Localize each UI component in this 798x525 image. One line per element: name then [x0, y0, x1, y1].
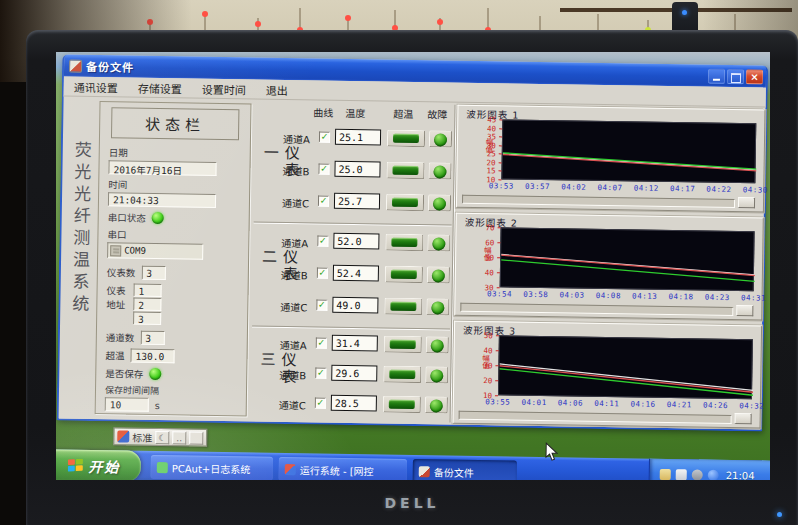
chart-scrollbar[interactable] — [460, 303, 733, 316]
fault-indicator — [428, 162, 451, 179]
screen: 备份文件 × 通讯设置 存储设置 设置时间 退出 荧光光纤测温系统 — [56, 52, 770, 480]
app-icon — [69, 59, 82, 72]
app-window: 备份文件 × 通讯设置 存储设置 设置时间 退出 荧光光纤测温系统 — [57, 54, 769, 431]
menu-item-comm-settings[interactable]: 通讯设置 — [68, 76, 130, 97]
tray-volume-icon[interactable] — [708, 470, 719, 480]
chart-scroll-thumb[interactable] — [735, 413, 752, 424]
close-button[interactable]: × — [746, 69, 763, 84]
instrument-addr-label-line2: 地址 — [106, 297, 125, 311]
channel-label: 通道A — [283, 131, 310, 146]
channel-count-field[interactable]: 3 — [140, 331, 164, 345]
overtemp-field[interactable]: 130.0 — [130, 349, 174, 364]
ime-minimize-icon[interactable] — [189, 431, 203, 444]
mouse-cursor — [545, 442, 558, 461]
serial-status-led — [152, 212, 164, 224]
curve-checkbox[interactable]: ✓ — [319, 132, 330, 143]
channel-row: 通道B ✓ 52.4 — [253, 261, 451, 286]
channel-row: 通道C ✓ 25.7 — [254, 189, 452, 214]
language-bar: 标准 ☾ .. — [113, 427, 207, 446]
instrument-addr-field-3[interactable]: 3 — [133, 312, 161, 325]
channel-count-label: 通道数 — [106, 330, 135, 344]
app-name-vertical: 荧光光纤测温系统 — [67, 141, 95, 317]
tray-ime-icon[interactable] — [660, 469, 671, 480]
channel-row: 通道C ✓ 28.5 — [251, 391, 449, 416]
taskbar-item-label: 备份文件 — [434, 464, 474, 480]
curve-checkbox[interactable]: ✓ — [318, 196, 329, 207]
temperature-display: 49.0 — [332, 297, 378, 314]
ime-icon[interactable] — [117, 430, 129, 442]
temperature-display: 28.5 — [331, 395, 377, 412]
channel-label: 通道B — [279, 367, 306, 382]
fault-indicator — [425, 396, 448, 413]
instrument-count-field[interactable]: 3 — [141, 266, 165, 280]
ime-fullwidth-icon[interactable]: ☾ — [155, 430, 169, 443]
instrument-count-label: 仪表数 — [107, 265, 136, 279]
start-button[interactable]: 开始 — [56, 449, 141, 480]
channel-row: 通道A ✓ 52.0 — [253, 229, 451, 254]
monitor: 备份文件 × 通讯设置 存储设置 设置时间 退出 荧光光纤测温系统 — [26, 30, 798, 525]
curve-checkbox[interactable]: ✓ — [318, 164, 329, 175]
chart-scrollbar[interactable] — [459, 411, 732, 424]
waveform-chart-2: 波形图表 2 幅值 7060504030 03:5403:5804:0304:0… — [454, 213, 764, 321]
curve-checkbox[interactable]: ✓ — [316, 337, 327, 348]
taskbar-item-backup-file[interactable]: 备份文件 — [413, 459, 517, 480]
chart-scroll-thumb[interactable] — [736, 305, 753, 316]
status-panel: 状态栏 日期 2016年7月16日 时间 21:04:33 串口状态 串口 — [95, 101, 252, 416]
start-label: 开始 — [88, 455, 120, 476]
curve-checkbox[interactable]: ✓ — [317, 267, 328, 278]
save-enabled-led — [149, 368, 161, 380]
channel-label: 通道B — [282, 163, 309, 178]
channel-label: 通道C — [282, 195, 309, 210]
instrument-group-1: 仪表一 通道A ✓ 25.1 通道B ✓ — [254, 120, 454, 223]
fault-indicator — [427, 266, 450, 283]
overtemp-label: 超温 — [105, 348, 124, 362]
window-content: 荧光光纤测温系统 状态栏 日期 2016年7月16日 时间 21:04:33 串… — [59, 96, 766, 428]
temperature-display: 25.7 — [334, 193, 380, 210]
ime-mode-label[interactable]: 标准 — [132, 429, 152, 444]
waveform-chart-1: 波形图表 1 幅值 4540353025201510 03:5303:5704:… — [456, 105, 766, 213]
time-value: 21:04:33 — [108, 192, 216, 208]
tray-usb-icon[interactable] — [692, 469, 703, 480]
temperature-display: 29.6 — [331, 365, 377, 382]
instruments-area: 曲线 温度 超温 故障 仪表一 通道A ✓ 25.1 — [251, 100, 454, 424]
fault-indicator — [429, 130, 452, 147]
menu-item-storage-settings[interactable]: 存储设置 — [132, 77, 194, 98]
taskbar-item-run-system[interactable]: 运行系统 - [网控 — [279, 457, 407, 480]
serial-label: 串口 — [107, 227, 239, 243]
curve-checkbox[interactable]: ✓ — [316, 299, 327, 310]
curve-checkbox[interactable]: ✓ — [315, 397, 326, 408]
date-label: 日期 — [109, 145, 241, 161]
curve-checkbox[interactable]: ✓ — [317, 235, 328, 246]
run-system-icon — [285, 464, 296, 475]
chart-scroll-thumb[interactable] — [738, 197, 755, 208]
taskbar-item-label: PCAut+日志系统 — [172, 460, 251, 476]
menu-item-exit[interactable]: 退出 — [260, 79, 300, 100]
serial-port-value: COM9 — [124, 245, 146, 255]
taskbar-item-log-system[interactable]: PCAut+日志系统 — [151, 455, 273, 480]
status-panel-title: 状态栏 — [111, 107, 239, 140]
fault-indicator — [428, 194, 451, 211]
serial-port-combo[interactable]: COM9 — [107, 242, 203, 260]
waveform-chart-3: 波形图表 3 幅值 5040302010 03:5504:0104:0604:1… — [453, 321, 763, 429]
channel-row: 通道B ✓ 25.0 — [254, 157, 452, 182]
minimize-button[interactable] — [708, 68, 725, 83]
chart-scrollbar[interactable] — [462, 195, 735, 208]
channel-row: 通道C ✓ 49.0 — [252, 293, 450, 318]
monitor-power-led — [777, 512, 782, 517]
menu-item-set-time[interactable]: 设置时间 — [196, 78, 258, 99]
overtemp-indicator — [387, 130, 425, 148]
ime-punct-icon[interactable]: .. — [172, 431, 186, 444]
save-interval-field[interactable]: 10 — [105, 397, 149, 412]
fault-indicator — [427, 234, 450, 251]
instrument-addr-field-1[interactable]: 1 — [134, 284, 162, 297]
tray-clock: 21:04 — [726, 470, 755, 480]
channel-label: 通道C — [280, 299, 307, 314]
curve-checkbox[interactable]: ✓ — [315, 367, 326, 378]
instrument-addr-field-2[interactable]: 2 — [133, 298, 161, 311]
channel-row: 通道B ✓ 29.6 — [251, 361, 449, 386]
maximize-button[interactable] — [727, 68, 744, 83]
taskbar-item-label: 运行系统 - [网控 — [300, 462, 374, 478]
tray-display-icon[interactable] — [676, 469, 687, 480]
overtemp-indicator — [383, 366, 421, 384]
temperature-display: 31.4 — [332, 335, 378, 352]
